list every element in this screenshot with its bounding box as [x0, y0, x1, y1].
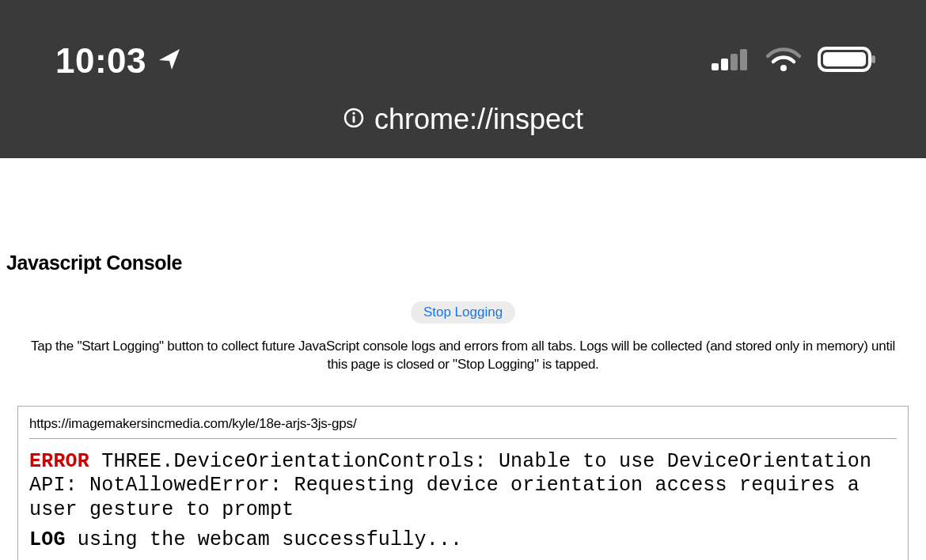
- svg-point-10: [352, 112, 355, 115]
- wifi-icon: [765, 46, 803, 76]
- location-icon: [156, 41, 184, 81]
- log-level-badge: ERROR: [29, 450, 89, 473]
- cellular-icon: [711, 47, 750, 74]
- console-help-text: Tap the "Start Logging" button to collec…: [0, 324, 926, 374]
- console-log-entries: ERROR THREE.DeviceOrientationControls: U…: [18, 439, 908, 560]
- stop-logging-button[interactable]: Stop Logging: [411, 301, 515, 324]
- battery-icon: [817, 45, 879, 77]
- status-right: [711, 45, 879, 77]
- status-bar: 10:03: [0, 0, 926, 81]
- status-time: 10:03: [55, 41, 146, 81]
- svg-rect-6: [823, 52, 866, 66]
- console-log-panel: https://imagemakersincmedia.com/kyle/18e…: [17, 406, 909, 560]
- browser-chrome-top: 10:03: [0, 0, 926, 158]
- console-source-url: https://imagemakersincmedia.com/kyle/18e…: [18, 407, 908, 438]
- svg-rect-3: [740, 49, 747, 70]
- address-bar[interactable]: chrome://inspect: [0, 103, 926, 136]
- status-left: 10:03: [55, 41, 184, 81]
- svg-rect-7: [871, 55, 875, 63]
- console-heading: Javascript Console: [0, 158, 926, 274]
- log-level-badge: LOG: [29, 528, 66, 551]
- svg-rect-2: [731, 54, 738, 70]
- logging-button-wrap: Stop Logging: [0, 301, 926, 324]
- page-content: Javascript Console Stop Logging Tap the …: [0, 158, 926, 560]
- log-message: THREE.DeviceOrientationControls: Unable …: [29, 450, 871, 521]
- console-entry: ERROR THREE.DeviceOrientationControls: U…: [29, 450, 897, 523]
- svg-rect-9: [353, 116, 355, 123]
- console-entry: LOG using the webcam successfully...: [29, 528, 897, 553]
- info-icon: [343, 103, 365, 136]
- svg-rect-0: [712, 63, 719, 70]
- svg-rect-1: [721, 59, 728, 70]
- address-bar-url: chrome://inspect: [374, 103, 583, 136]
- log-message: using the webcam successfully...: [78, 528, 462, 551]
- svg-point-4: [780, 65, 787, 71]
